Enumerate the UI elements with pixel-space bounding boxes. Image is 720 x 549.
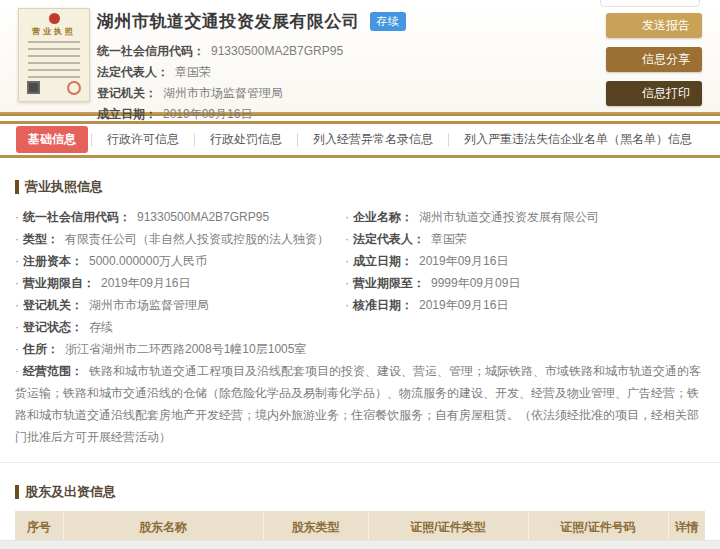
tab-divider — [194, 133, 195, 147]
section-bar-icon — [15, 180, 19, 194]
title-row: 湖州市轨道交通投资发展有限公司 存续 — [97, 10, 577, 33]
field-label: 统一社会信用代码： — [23, 210, 131, 224]
red-stamp-icon — [67, 81, 81, 95]
field-row: 统一社会信用代码：91330500MA2B7GRP95 — [15, 206, 345, 228]
tab-admin-license[interactable]: 行政许可信息 — [95, 126, 191, 153]
license-fields-right: 企业名称：湖州市轨道交通投资发展有限公司 法定代表人：章国荣 成立日期：2019… — [345, 206, 705, 338]
field-label: 营业期限自： — [23, 276, 95, 290]
header-fields: 统一社会信用代码：91330500MA2B7GRP95 法定代表人：章国荣 登记… — [97, 41, 577, 125]
license-fields-left: 统一社会信用代码：91330500MA2B7GRP95 类型：有限责任公司（非自… — [15, 206, 345, 338]
field-value: 2019年09月16日 — [419, 254, 508, 268]
business-scope-field: 经营范围：铁路和城市轨道交通工程项目及沿线配套项目的投资、建设、营运、管理；城际… — [15, 360, 705, 448]
field-row: 统一社会信用代码：91330500MA2B7GRP95 — [97, 41, 577, 62]
table-header-row: 序号 股东名称 股东类型 证照/证件类型 证照/证件号码 详情 — [15, 511, 705, 543]
header: 营业执照 湖州市轨道交通投资发展有限公司 存续 统一社会信用代码：9133050… — [0, 0, 720, 112]
field-row: 核准日期：2019年09月16日 — [345, 294, 705, 316]
field-label: 法定代表人： — [353, 232, 425, 246]
tab-abnormal-operation[interactable]: 列入经营异常名录信息 — [301, 126, 445, 153]
shareholders-section-title: 股东及出资信息 — [15, 483, 705, 501]
field-label: 统一社会信用代码： — [97, 44, 205, 58]
field-value: 存续 — [89, 320, 113, 334]
field-value: 湖州市市场监督管理局 — [163, 86, 283, 100]
field-value: 浙江省湖州市二环西路2008号1幢10层1005室 — [65, 342, 306, 356]
company-profile-page: 营业执照 湖州市轨道交通投资发展有限公司 存续 统一社会信用代码：9133050… — [0, 0, 720, 549]
field-value: 5000.000000万人民币 — [89, 254, 207, 268]
tab-divider — [448, 133, 449, 147]
license-caption: 营业执照 — [19, 26, 89, 37]
field-value: 2019年09月16日 — [163, 107, 252, 121]
field-row: 登记状态：存续 — [15, 316, 345, 338]
field-label: 登记状态： — [23, 320, 83, 334]
tab-admin-penalty[interactable]: 行政处罚信息 — [198, 126, 294, 153]
section-divider — [0, 462, 720, 463]
section-bar-icon — [15, 485, 19, 499]
field-row: 法定代表人：章国荣 — [345, 228, 705, 250]
field-label: 企业名称： — [353, 210, 413, 224]
field-value: 91330500MA2B7GRP95 — [211, 44, 343, 58]
tab-divider — [297, 133, 298, 147]
field-value: 2019年09月16日 — [419, 298, 508, 312]
field-value: 有限责任公司（非自然人投资或控股的法人独资） — [65, 232, 329, 246]
field-row: 成立日期：2019年09月16日 — [97, 104, 577, 125]
field-value: 9999年09月09日 — [431, 276, 520, 290]
field-row: 法定代表人：章国荣 — [97, 62, 577, 83]
col-header-details: 详情 — [668, 511, 705, 543]
field-label: 登记机关： — [23, 298, 83, 312]
tab-bar: 基础信息 行政许可信息 行政处罚信息 列入经营异常名录信息 列入严重违法失信企业… — [0, 121, 720, 158]
field-value: 章国荣 — [431, 232, 467, 246]
main-content: 营业执照信息 统一社会信用代码：91330500MA2B7GRP95 类型：有限… — [0, 178, 720, 549]
tab-basic-info[interactable]: 基础信息 — [16, 126, 88, 153]
field-label: 注册资本： — [23, 254, 83, 268]
field-value: 湖州市轨道交通投资发展有限公司 — [419, 210, 599, 224]
section-title-text: 股东及出资信息 — [25, 483, 116, 501]
field-row: 登记机关：湖州市市场监督管理局 — [97, 83, 577, 104]
field-value: 铁路和城市轨道交通工程项目及沿线配套项目的投资、建设、营运、管理；城际铁路、市域… — [15, 364, 701, 444]
field-row: 类型：有限责任公司（非自然人投资或控股的法人独资） — [15, 228, 345, 250]
col-header-cert-type: 证照/证件类型 — [368, 511, 528, 543]
field-value: 章国荣 — [175, 65, 211, 79]
national-emblem-icon — [49, 13, 60, 24]
section-title-text: 营业执照信息 — [25, 178, 103, 196]
field-label: 住所： — [23, 342, 59, 356]
field-row: 注册资本：5000.000000万人民币 — [15, 250, 345, 272]
field-label: 营业期限至： — [353, 276, 425, 290]
field-row: 营业期限至：9999年09月09日 — [345, 272, 705, 294]
header-main: 湖州市轨道交通投资发展有限公司 存续 统一社会信用代码：91330500MA2B… — [97, 10, 577, 125]
license-section-title: 营业执照信息 — [15, 178, 705, 196]
license-text-lines — [28, 41, 80, 81]
tab-divider — [91, 133, 92, 147]
license-fields-grid: 统一社会信用代码：91330500MA2B7GRP95 类型：有限责任公司（非自… — [15, 206, 705, 338]
field-value: 2019年09月16日 — [101, 276, 190, 290]
field-value: 湖州市市场监督管理局 — [89, 298, 209, 312]
field-value: 91330500MA2B7GRP95 — [137, 210, 269, 224]
field-row: 成立日期：2019年09月16日 — [345, 250, 705, 272]
field-label: 核准日期： — [353, 298, 413, 312]
print-info-button[interactable]: 信息打印 — [606, 81, 702, 106]
header-actions: 发送报告 信息分享 信息打印 — [606, 13, 702, 106]
col-header-index: 序号 — [15, 511, 63, 543]
field-row: 营业期限自：2019年09月16日 — [15, 272, 345, 294]
col-header-shareholder-type: 股东类型 — [263, 511, 368, 543]
field-label: 成立日期： — [353, 254, 413, 268]
field-row: 企业名称：湖州市轨道交通投资发展有限公司 — [345, 206, 705, 228]
field-label: 类型： — [23, 232, 59, 246]
qr-code-icon — [27, 81, 40, 94]
address-field: 住所：浙江省湖州市二环西路2008号1幢10层1005室 — [15, 338, 705, 360]
field-label: 法定代表人： — [97, 65, 169, 79]
send-report-button[interactable]: 发送报告 — [606, 13, 702, 38]
field-row: 登记机关：湖州市市场监督管理局 — [15, 294, 345, 316]
field-label: 成立日期： — [97, 107, 157, 121]
cutoff-toolbar-remnant — [600, 0, 700, 7]
tab-blacklist[interactable]: 列入严重违法失信企业名单（黑名单）信息 — [452, 126, 704, 153]
footer-strip — [0, 540, 720, 549]
col-header-cert-number: 证照/证件号码 — [528, 511, 668, 543]
field-label: 登记机关： — [97, 86, 157, 100]
col-header-shareholder-name: 股东名称 — [63, 511, 263, 543]
company-name: 湖州市轨道交通投资发展有限公司 — [97, 10, 360, 33]
share-info-button[interactable]: 信息分享 — [606, 47, 702, 72]
business-license-thumbnail[interactable]: 营业执照 — [18, 8, 90, 102]
field-label: 经营范围： — [23, 364, 83, 378]
status-badge: 存续 — [370, 12, 406, 31]
